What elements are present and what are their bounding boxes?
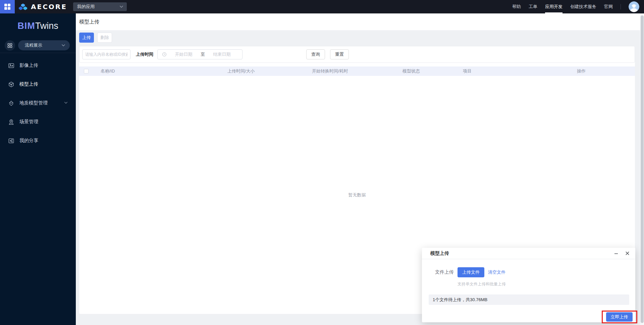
sidebar-item-label: 我的分享 xyxy=(19,138,38,144)
query-button[interactable]: 查询 xyxy=(306,49,325,59)
date-to-label: 至 xyxy=(201,51,205,57)
modal-title: 模型上传 xyxy=(430,250,613,257)
upload-time-label: 上传时间 xyxy=(136,51,153,57)
sidebar-nav: 影像上传 模型上传 地质模型管理 场景管理 xyxy=(0,56,76,150)
sidebar-item-scene-management[interactable]: 场景管理 xyxy=(0,112,76,131)
sidebar-item-image-upload[interactable]: 影像上传 xyxy=(0,56,76,75)
sidebar-item-label: 影像上传 xyxy=(19,62,38,68)
filter-bar: 上传时间 开始日期 至 结束日期 查询 重置 xyxy=(79,46,635,63)
sidebar-item-label: 场景管理 xyxy=(19,119,38,125)
page-scrollbar[interactable] xyxy=(640,13,644,325)
topbar-item-create-service[interactable]: 创建技术服务 xyxy=(570,0,596,13)
bimtwins-logo: BIMTwins xyxy=(0,21,76,31)
topbar-menu: 帮助 工单 应用开发 创建技术服务 官网 xyxy=(512,0,639,13)
grid-icon xyxy=(4,4,10,10)
sidebar-item-model-upload[interactable]: 模型上传 xyxy=(0,75,76,94)
search-input[interactable] xyxy=(82,49,130,59)
brand-name: AECORE xyxy=(31,3,67,11)
divider xyxy=(0,53,76,53)
sidebar-item-label: 地质模型管理 xyxy=(19,100,48,106)
clock-icon xyxy=(162,52,167,57)
topbar-item-workorder[interactable]: 工单 xyxy=(529,0,537,13)
file-upload-row: 文件上传 上传文件 清空文件 xyxy=(422,267,505,277)
column-model-status: 模型状态 xyxy=(402,68,463,74)
close-icon[interactable] xyxy=(625,251,630,256)
topbar-item-official-site[interactable]: 官网 xyxy=(604,0,613,13)
geology-layers-icon xyxy=(8,100,14,106)
model-upload-icon xyxy=(8,81,14,88)
aecore-logo-icon xyxy=(18,3,28,11)
topbar: AECORE 我的应用 帮助 工单 应用开发 创建技术服务 官网 xyxy=(0,0,644,13)
column-upload-time-size: 上传时间/大小 xyxy=(227,68,312,74)
clear-files-link[interactable]: 清空文件 xyxy=(488,269,505,275)
column-convert-time: 开始转换时间/耗时 xyxy=(312,68,402,74)
grid-icon xyxy=(7,43,12,48)
app-launcher-button[interactable] xyxy=(0,0,15,13)
file-upload-label: 文件上传 xyxy=(430,269,454,275)
logo-text-twins: Twins xyxy=(35,21,58,31)
map-pin-icon xyxy=(8,119,14,125)
upload-hint-text: 支持单文件上传和批量上传 xyxy=(458,281,506,287)
sidebar-item-geology-model[interactable]: 地质模型管理 xyxy=(0,94,76,112)
divider xyxy=(621,4,621,9)
upload-button[interactable]: 上传 xyxy=(79,33,94,43)
sidebar: BIMTwins 流程展示 影像上传 模型上传 xyxy=(0,13,76,325)
topbar-item-help[interactable]: 帮助 xyxy=(512,0,521,13)
column-action: 操作 xyxy=(577,68,635,74)
dashboard-grid-button[interactable] xyxy=(5,40,15,51)
upload-file-button[interactable]: 上传文件 xyxy=(458,267,484,277)
mode-row: 流程展示 xyxy=(5,40,70,51)
chevron-down-icon xyxy=(119,5,123,8)
header-checkbox-cell xyxy=(79,69,94,74)
table-header: 名称/ID 上传时间/大小 开始转换时间/耗时 模型状态 项目 操作 xyxy=(79,66,635,76)
mode-select[interactable]: 流程展示 xyxy=(18,40,70,50)
scrollbar-thumb[interactable] xyxy=(641,15,644,323)
chevron-down-icon xyxy=(61,44,65,47)
share-icon xyxy=(8,138,14,144)
chevron-down-icon xyxy=(64,101,68,104)
title-band: 模型上传 xyxy=(76,13,640,30)
sidebar-item-my-shares[interactable]: 我的分享 xyxy=(0,131,76,150)
mode-select-value: 流程展示 xyxy=(25,42,61,48)
delete-button[interactable]: 删除 xyxy=(97,33,112,43)
reset-button[interactable]: 重置 xyxy=(330,49,349,59)
modal-header: 模型上传 xyxy=(422,248,635,259)
user-avatar[interactable] xyxy=(629,1,639,12)
file-summary-bar: 1个文件待上传，共30.76MB xyxy=(429,294,629,305)
select-all-checkbox[interactable] xyxy=(84,69,89,74)
app-select-value: 我的应用 xyxy=(77,4,119,10)
topbar-item-app-dev[interactable]: 应用开发 xyxy=(545,0,562,13)
minimize-icon[interactable] xyxy=(613,251,619,256)
column-project: 项目 xyxy=(463,68,577,74)
annotation-highlight-box xyxy=(602,311,637,323)
image-upload-icon xyxy=(8,62,14,69)
end-date-placeholder[interactable]: 结束日期 xyxy=(205,51,239,57)
date-range-picker[interactable]: 开始日期 至 结束日期 xyxy=(157,49,243,59)
page-title: 模型上传 xyxy=(79,13,99,30)
sidebar-item-label: 模型上传 xyxy=(19,81,38,87)
brand: AECORE xyxy=(18,0,67,13)
logo-text-bim: BIM xyxy=(17,21,35,31)
empty-state-text: 暂无数据 xyxy=(348,192,366,198)
start-date-placeholder[interactable]: 开始日期 xyxy=(167,51,201,57)
app-select[interactable]: 我的应用 xyxy=(73,2,127,11)
column-name-id: 名称/ID xyxy=(94,68,227,74)
